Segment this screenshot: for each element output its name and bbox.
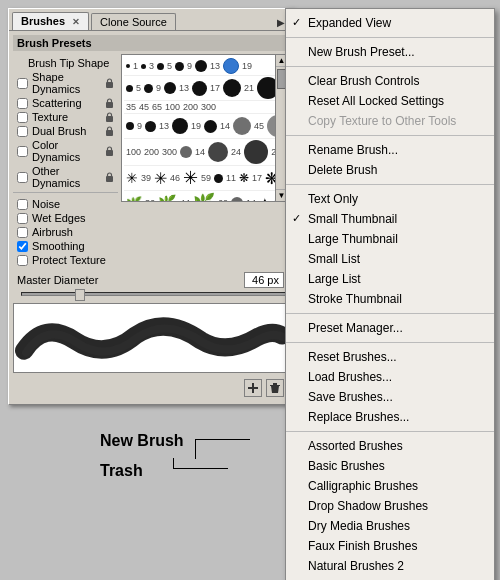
brush-option-0[interactable]: Brush Tip Shape [13,56,118,70]
menu-item-assorted-brushes[interactable]: Assorted Brushes [286,436,494,456]
brush-row-2[interactable]: 35 45 65 100 200 300 [124,101,285,114]
brush-row-6[interactable]: 🌿36 🌿44 🌿60 14 ✦26 ✦33 [124,191,285,202]
brush-option-1[interactable]: Shape Dynamics [13,70,118,96]
menu-item-natural-brushes-2[interactable]: Natural Brushes 2 [286,556,494,576]
menu-item-natural-brushes[interactable]: Natural Brushes [286,576,494,580]
svg-rect-4 [106,150,113,156]
menu-separator-6 [286,431,494,432]
menu-item-rename[interactable]: Rename Brush... [286,140,494,160]
menu-item-delete[interactable]: Delete Brush [286,160,494,180]
diameter-slider[interactable] [21,292,288,296]
lock-icon-4 [104,126,114,137]
brush-option-2[interactable]: Scattering [13,96,118,110]
menu-item-preset-manager[interactable]: Preset Manager... [286,318,494,338]
tab-brushes[interactable]: Brushes ✕ [12,12,89,30]
brush-option-3[interactable]: Texture [13,110,118,124]
checkbox-texture[interactable] [17,112,28,123]
trash-label: Trash [100,462,143,480]
menu-item-reset-locked[interactable]: Reset All Locked Settings [286,91,494,111]
lock-icon-1 [104,78,114,89]
menu-separator-3 [286,184,494,185]
menu-item-faux-finish-brushes[interactable]: Faux Finish Brushes [286,536,494,556]
brush-row-4[interactable]: 100 200 300 14 24 27 [124,139,285,166]
checkbox-shape-dynamics[interactable] [17,78,28,89]
menu-item-load-brushes[interactable]: Load Brushes... [286,367,494,387]
slider-thumb[interactable] [75,289,85,301]
menu-item-reset-brushes[interactable]: Reset Brushes... [286,347,494,367]
tab-clone-source[interactable]: Clone Source [91,13,176,30]
svg-rect-3 [106,130,113,136]
menu-item-replace-brushes[interactable]: Replace Brushes... [286,407,494,427]
menu-separator-4 [286,313,494,314]
checkbox-wet-edges[interactable] [17,213,28,224]
diameter-label: Master Diameter [17,274,240,286]
checkbox-color-dynamics[interactable] [17,146,28,157]
connector-trash-vertical [173,458,174,468]
menu-item-text-only[interactable]: Text Only [286,189,494,209]
brush-option-9[interactable]: Airbrush [13,225,118,239]
menu-item-copy-texture: Copy Texture to Other Tools [286,111,494,131]
brush-option-10[interactable]: Smoothing [13,239,118,253]
brush-row-5[interactable]: ✳39 ✳46 ✳59 11 ❋17 ❋23 [124,166,285,191]
menu-item-large-list[interactable]: Large List [286,269,494,289]
menu-item-clear-brush[interactable]: Clear Brush Controls [286,71,494,91]
brush-option-7[interactable]: Noise [13,197,118,211]
checkbox-airbrush[interactable] [17,227,28,238]
diameter-row: Master Diameter 46 px [13,269,288,291]
menu-item-basic-brushes[interactable]: Basic Brushes [286,456,494,476]
brush-row-0[interactable]: 1 3 5 9 13 19 [124,57,285,76]
svg-rect-0 [106,82,113,88]
brush-row-3[interactable]: 9 13 19 14 45 65 [124,114,285,139]
checkbox-noise[interactable] [17,199,28,210]
checkbox-scattering[interactable] [17,98,28,109]
menu-item-small-thumbnail[interactable]: Small Thumbnail [286,209,494,229]
new-brush-label: New Brush [100,432,184,450]
new-brush-button[interactable] [244,379,262,397]
brush-option-5[interactable]: Color Dynamics [13,138,118,164]
menu-separator-2 [286,135,494,136]
checkbox-smoothing[interactable] [17,241,28,252]
checkbox-other-dynamics[interactable] [17,172,28,183]
svg-rect-5 [106,176,113,182]
lock-icon-6 [104,172,114,183]
brush-option-4[interactable]: Dual Brush [13,124,118,138]
menu-item-small-list[interactable]: Small List [286,249,494,269]
tab-close-icon[interactable]: ✕ [72,17,80,27]
connector-new-brush [195,439,250,440]
brush-option-6[interactable]: Other Dynamics [13,164,118,190]
brush-options-list: Brush Tip Shape Shape Dynamics Scatterin… [13,54,118,269]
brushes-panel: Brushes ✕ Clone Source ▶ Brush Presets B… [8,8,293,405]
connector-trash [173,468,228,469]
svg-rect-9 [273,383,277,385]
menu-item-stroke-thumbnail[interactable]: Stroke Thumbnail [286,289,494,309]
menu-item-calligraphic-brushes[interactable]: Calligraphic Brushes [286,476,494,496]
panel-bottom [13,376,288,400]
trash-icon [269,382,281,394]
new-brush-icon [247,382,259,394]
checkbox-dual-brush[interactable] [17,126,28,137]
menu-separator-0 [286,37,494,38]
brush-option-8[interactable]: Wet Edges [13,211,118,225]
panel-tabs: Brushes ✕ Clone Source ▶ [9,9,292,31]
brush-stroke-svg [14,304,287,372]
menu-item-large-thumbnail[interactable]: Large Thumbnail [286,229,494,249]
menu-separator-1 [286,66,494,67]
trash-button[interactable] [266,379,284,397]
menu-item-drop-shadow-brushes[interactable]: Drop Shadow Brushes [286,496,494,516]
svg-rect-2 [106,116,113,122]
brush-thumbnails-grid[interactable]: 1 3 5 9 13 19 5 9 13 17 21 27 [121,54,288,202]
checkbox-protect-texture[interactable] [17,255,28,266]
svg-rect-7 [248,387,258,389]
panel-content: Brush Presets Brush Tip Shape Shape Dyna… [9,31,292,404]
menu-item-new-brush-preset[interactable]: New Brush Preset... [286,42,494,62]
dropdown-menu: Expanded View New Brush Preset... Clear … [285,8,495,580]
svg-rect-8 [270,385,280,386]
brush-option-11[interactable]: Protect Texture [13,253,118,267]
menu-item-expanded-view[interactable]: Expanded View [286,13,494,33]
lock-icon-2 [104,98,114,109]
menu-item-dry-media-brushes[interactable]: Dry Media Brushes [286,516,494,536]
lock-icon-5 [104,146,114,157]
brush-row-1[interactable]: 5 9 13 17 21 27 [124,76,285,101]
lock-icon-3 [104,112,114,123]
menu-item-save-brushes[interactable]: Save Brushes... [286,387,494,407]
